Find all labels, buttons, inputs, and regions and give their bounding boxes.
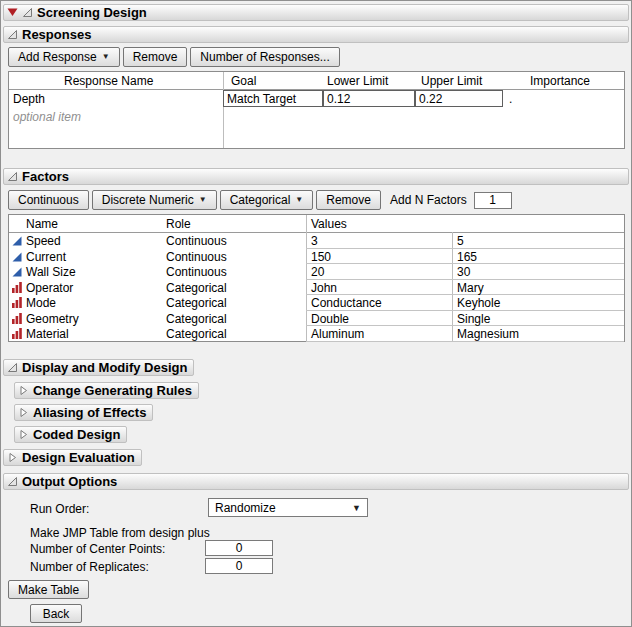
factor-name[interactable]: Mode [26, 296, 56, 310]
output-options-title: Output Options [22, 474, 117, 489]
factor-value-2[interactable]: Mary [452, 280, 624, 296]
col-values: Values [311, 217, 347, 231]
upper-limit-cell[interactable]: 0.22 [415, 90, 503, 107]
outline-header-display-modify[interactable]: Display and Modify Design [3, 359, 194, 376]
factor-row[interactable]: Geometry Categorical Double Single [9, 311, 624, 327]
factor-role[interactable]: Categorical [166, 312, 227, 326]
outline-header-coded-design[interactable]: Coded Design [14, 426, 127, 443]
col-lower-limit: Lower Limit [327, 74, 388, 88]
factor-value-2[interactable]: Keyhole [452, 295, 624, 311]
outline-header-responses[interactable]: Responses [3, 26, 629, 43]
run-order-label: Run Order: [30, 502, 89, 516]
factor-name[interactable]: Current [26, 250, 66, 264]
number-of-responses-label: Number of Responses... [200, 50, 329, 64]
discrete-numeric-button[interactable]: Discrete Numeric ▼ [92, 190, 217, 210]
red-triangle-menu-icon[interactable] [7, 8, 18, 17]
outline-header-screening-design[interactable]: Screening Design [3, 4, 629, 21]
disclosure-closed-icon[interactable] [7, 452, 18, 463]
factor-value-1[interactable]: John [306, 280, 452, 296]
disclosure-closed-icon[interactable] [18, 385, 29, 396]
chevron-down-icon: ▼ [102, 53, 110, 61]
continuous-icon [12, 266, 22, 280]
factor-value-1[interactable]: Conductance [306, 295, 452, 311]
remove-factor-label: Remove [326, 193, 371, 207]
outline-header-change-rules[interactable]: Change Generating Rules [14, 382, 199, 399]
factor-row[interactable]: Mode Categorical Conductance Keyhole [9, 295, 624, 311]
factor-role[interactable]: Continuous [166, 265, 227, 279]
center-points-input[interactable] [205, 540, 273, 556]
factor-value-1[interactable]: Double [306, 311, 452, 327]
disclosure-open-icon[interactable] [7, 29, 18, 40]
outline-header-aliasing[interactable]: Aliasing of Effects [14, 404, 153, 421]
back-button[interactable]: Back [30, 604, 82, 623]
continuous-icon [12, 251, 22, 265]
factor-role[interactable]: Continuous [166, 234, 227, 248]
categorical-button[interactable]: Categorical ▼ [220, 190, 314, 210]
factor-role[interactable]: Categorical [166, 327, 227, 341]
continuous-button[interactable]: Continuous [8, 190, 89, 210]
aliasing-title: Aliasing of Effects [33, 405, 146, 420]
factor-name[interactable]: Geometry [26, 312, 79, 326]
goal-cell[interactable]: Match Target [223, 90, 323, 107]
make-table-button[interactable]: Make Table [8, 580, 89, 599]
factor-name[interactable]: Wall Size [26, 265, 76, 279]
factor-value-1[interactable]: Aluminum [306, 326, 452, 342]
categorical-icon [12, 297, 22, 311]
factor-row[interactable]: Wall Size Continuous 20 30 [9, 264, 624, 280]
discrete-numeric-label: Discrete Numeric [102, 193, 194, 207]
factor-value-1[interactable]: 3 [306, 233, 452, 249]
screening-design-window: Screening Design Responses Add Response … [0, 0, 632, 627]
outline-header-design-evaluation[interactable]: Design Evaluation [3, 449, 142, 466]
col-upper-limit: Upper Limit [421, 74, 482, 88]
responses-toolbar: Add Response ▼ Remove Number of Response… [8, 47, 340, 67]
disclosure-open-icon[interactable] [22, 7, 33, 18]
continuous-label: Continuous [18, 193, 79, 207]
run-order-select[interactable]: Randomize ▼ [208, 498, 368, 517]
factor-value-2[interactable]: 5 [452, 233, 624, 249]
add-response-button[interactable]: Add Response ▼ [8, 47, 120, 67]
col-role: Role [166, 217, 191, 231]
factor-row[interactable]: Current Continuous 150 165 [9, 249, 624, 265]
column-divider [223, 72, 224, 148]
remove-response-button[interactable]: Remove [123, 47, 188, 67]
response-name-cell[interactable]: Depth [13, 92, 45, 106]
factor-name[interactable]: Material [26, 327, 69, 341]
factors-table: Name Role Values Speed Continuous 3 5 Cu… [8, 214, 625, 342]
factor-value-2[interactable]: 30 [452, 264, 624, 280]
lower-limit-cell[interactable]: 0.12 [323, 90, 415, 107]
replicates-input[interactable] [205, 558, 273, 574]
factor-row[interactable]: Material Categorical Aluminum Magnesium [9, 326, 624, 342]
make-from-design-text: Make JMP Table from design plus [30, 526, 210, 540]
optional-item-row[interactable]: optional item [13, 110, 81, 124]
chevron-down-icon: ▼ [199, 196, 207, 204]
add-n-factors-input[interactable] [474, 192, 512, 209]
factor-role[interactable]: Categorical [166, 296, 227, 310]
importance-cell[interactable]: . [509, 92, 512, 106]
outline-header-factors[interactable]: Factors [3, 168, 629, 185]
categorical-label: Categorical [230, 193, 291, 207]
categorical-icon [12, 328, 22, 342]
number-of-responses-button[interactable]: Number of Responses... [190, 47, 339, 67]
disclosure-open-icon[interactable] [7, 171, 18, 182]
col-response-name: Response Name [64, 74, 153, 88]
chevron-down-icon: ▼ [295, 196, 303, 204]
disclosure-closed-icon[interactable] [18, 429, 29, 440]
factor-role[interactable]: Continuous [166, 250, 227, 264]
factor-value-2[interactable]: Magnesium [452, 326, 624, 342]
remove-factor-button[interactable]: Remove [316, 190, 381, 210]
responses-title: Responses [22, 27, 91, 42]
factor-name[interactable]: Speed [26, 234, 61, 248]
factor-row[interactable]: Speed Continuous 3 5 [9, 233, 624, 249]
categorical-icon [12, 282, 22, 296]
disclosure-open-icon[interactable] [7, 476, 18, 487]
factor-value-2[interactable]: 165 [452, 249, 624, 265]
factor-value-2[interactable]: Single [452, 311, 624, 327]
factor-name[interactable]: Operator [26, 281, 73, 295]
disclosure-open-icon[interactable] [7, 362, 18, 373]
factor-value-1[interactable]: 150 [306, 249, 452, 265]
factor-role[interactable]: Categorical [166, 281, 227, 295]
factor-row[interactable]: Operator Categorical John Mary [9, 280, 624, 296]
factor-value-1[interactable]: 20 [306, 264, 452, 280]
disclosure-closed-icon[interactable] [18, 407, 29, 418]
outline-header-output-options[interactable]: Output Options [3, 473, 629, 490]
